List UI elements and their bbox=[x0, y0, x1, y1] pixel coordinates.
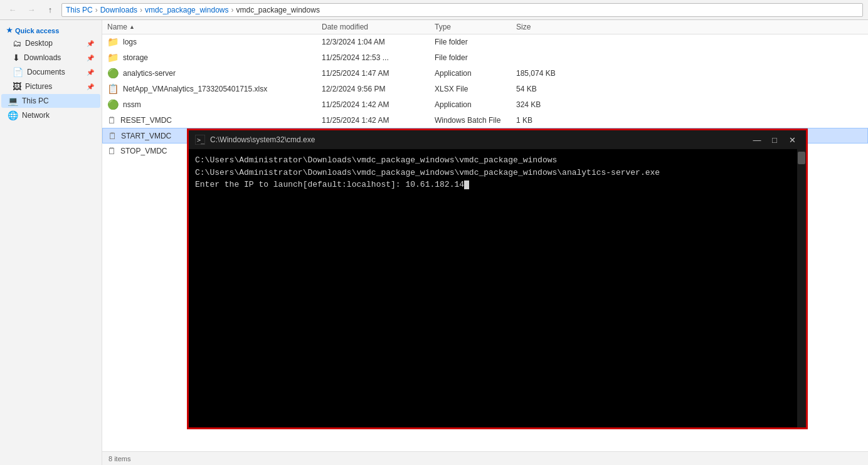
sidebar-item-documents[interactable]: 📄 Documents 📌 bbox=[1, 65, 100, 79]
cmd-title: C:\Windows\system32\cmd.exe bbox=[210, 135, 744, 144]
table-row[interactable]: 📋 NetApp_VMAnalytics_1733205401715.xlsx … bbox=[102, 81, 868, 97]
cmd-cursor bbox=[464, 180, 469, 189]
cmd-line: Enter the IP to launch[default:localhost… bbox=[195, 179, 791, 191]
file-name-cell: 🟢 nssm bbox=[102, 99, 322, 110]
file-icon: 🗒 bbox=[108, 130, 117, 141]
cmd-close-button[interactable]: ✕ bbox=[785, 133, 800, 146]
breadcrumb-this-pc[interactable]: This PC bbox=[66, 6, 93, 14]
file-name-cell: 📁 storage bbox=[102, 52, 322, 63]
table-row[interactable]: 📁 storage 11/25/2024 12:53 ... File fold… bbox=[102, 50, 868, 66]
sidebar-item-network[interactable]: 🌐 Network bbox=[1, 108, 100, 122]
file-icon: 🗒 bbox=[107, 115, 117, 125]
forward-button[interactable]: → bbox=[24, 3, 39, 18]
file-size-cell: 54 KB bbox=[516, 85, 579, 93]
quick-access-label: ★ Quick access bbox=[0, 23, 102, 36]
breadcrumb-current: vmdc_package_windows bbox=[236, 6, 319, 14]
pin-icon: 📌 bbox=[87, 40, 94, 47]
cmd-scrollbar[interactable] bbox=[797, 149, 806, 427]
pin-icon-doc: 📌 bbox=[87, 69, 94, 76]
file-name-cell: 📋 NetApp_VMAnalytics_1733205401715.xlsx bbox=[102, 83, 322, 95]
file-type-cell: File folder bbox=[435, 38, 516, 46]
sidebar-item-downloads[interactable]: ⬇ Downloads 📌 bbox=[1, 51, 100, 65]
file-type-cell: Application bbox=[435, 100, 516, 109]
pin-icon-pic: 📌 bbox=[87, 83, 94, 90]
file-name-cell: 📁 logs bbox=[102, 36, 322, 48]
cmd-body[interactable]: C:\Users\Administrator\Downloads\vmdc_pa… bbox=[189, 149, 797, 427]
file-size-cell: 1 KB bbox=[516, 116, 579, 125]
table-row[interactable]: 🟢 nssm 11/25/2024 1:42 AM Application 32… bbox=[102, 97, 868, 113]
col-header-name[interactable]: Name ▲ bbox=[102, 23, 322, 31]
cmd-app-icon: >_ bbox=[195, 135, 205, 145]
pin-icon-dl: 📌 bbox=[87, 55, 94, 61]
file-date-cell: 12/3/2024 1:04 AM bbox=[322, 38, 435, 46]
breadcrumb[interactable]: This PC › Downloads › vmdc_package_windo… bbox=[61, 3, 863, 17]
svg-text:>_: >_ bbox=[197, 137, 204, 144]
address-bar: ← → ↑ This PC › Downloads › vmdc_package… bbox=[0, 0, 868, 20]
file-date-cell: 11/25/2024 12:53 ... bbox=[322, 53, 435, 62]
cmd-titlebar: >_ C:\Windows\system32\cmd.exe — □ ✕ bbox=[189, 130, 806, 149]
cmd-maximize-button[interactable]: □ bbox=[767, 133, 782, 146]
table-row[interactable]: 🟢 analytics-server 11/25/2024 1:47 AM Ap… bbox=[102, 66, 868, 81]
status-bar: 8 items bbox=[102, 451, 868, 465]
col-header-type[interactable]: Type bbox=[435, 23, 516, 31]
cmd-line: C:\Users\Administrator\Downloads\vmdc_pa… bbox=[195, 167, 791, 179]
file-size-cell: 324 KB bbox=[516, 100, 579, 109]
file-date-cell: 12/2/2024 9:56 PM bbox=[322, 85, 435, 93]
file-name-cell: 🟢 analytics-server bbox=[102, 68, 322, 79]
downloads-icon: ⬇ bbox=[13, 53, 20, 63]
file-date-cell: 11/25/2024 1:47 AM bbox=[322, 69, 435, 78]
file-name-cell: 🗒 RESET_VMDC bbox=[102, 115, 322, 125]
file-type-cell: File folder bbox=[435, 53, 516, 62]
cmd-content-area: C:\Users\Administrator\Downloads\vmdc_pa… bbox=[189, 149, 806, 427]
table-row[interactable]: 📁 logs 12/3/2024 1:04 AM File folder bbox=[102, 34, 868, 50]
cmd-line: C:\Users\Administrator\Downloads\vmdc_pa… bbox=[195, 154, 791, 167]
this-pc-icon: 💻 bbox=[8, 96, 18, 106]
file-icon: 📋 bbox=[107, 83, 119, 95]
sidebar-item-this-pc[interactable]: 💻 This PC bbox=[1, 94, 100, 108]
col-header-date[interactable]: Date modified bbox=[322, 23, 435, 31]
file-type-cell: Application bbox=[435, 69, 516, 78]
network-icon: 🌐 bbox=[8, 110, 18, 120]
cmd-minimize-button[interactable]: — bbox=[749, 133, 765, 146]
file-icon: 🟢 bbox=[107, 68, 119, 79]
file-type-cell: Windows Batch File bbox=[435, 116, 516, 125]
file-date-cell: 11/25/2024 1:42 AM bbox=[322, 100, 435, 109]
sidebar: ★ Quick access 🗂 Desktop 📌 ⬇ Downloads 📌… bbox=[0, 20, 102, 465]
back-button[interactable]: ← bbox=[5, 3, 20, 18]
up-button[interactable]: ↑ bbox=[43, 3, 58, 18]
table-row[interactable]: 🗒 RESET_VMDC 11/25/2024 1:42 AM Windows … bbox=[102, 113, 868, 128]
sidebar-item-pictures[interactable]: 🖼 Pictures 📌 bbox=[1, 80, 100, 93]
file-icon: 🗒 bbox=[107, 145, 117, 156]
file-date-cell: 11/25/2024 1:42 AM bbox=[322, 116, 435, 125]
breadcrumb-downloads[interactable]: Downloads bbox=[100, 6, 137, 14]
desktop-icon: 🗂 bbox=[13, 38, 21, 48]
file-size-cell: 185,074 KB bbox=[516, 69, 579, 78]
pictures-icon: 🖼 bbox=[13, 81, 21, 91]
sidebar-item-desktop[interactable]: 🗂 Desktop 📌 bbox=[1, 36, 100, 50]
cmd-window: >_ C:\Windows\system32\cmd.exe — □ ✕ C:\… bbox=[187, 128, 808, 429]
file-icon: 📁 bbox=[107, 36, 119, 48]
column-headers: Name ▲ Date modified Type Size bbox=[102, 20, 868, 34]
file-type-cell: XLSX File bbox=[435, 85, 516, 93]
col-header-size[interactable]: Size bbox=[516, 23, 579, 31]
cmd-controls: — □ ✕ bbox=[749, 133, 800, 146]
documents-icon: 📄 bbox=[13, 67, 23, 77]
breadcrumb-vmdc-package[interactable]: vmdc_package_windows bbox=[145, 6, 228, 14]
file-icon: 🟢 bbox=[107, 99, 119, 110]
file-icon: 📁 bbox=[107, 52, 119, 63]
